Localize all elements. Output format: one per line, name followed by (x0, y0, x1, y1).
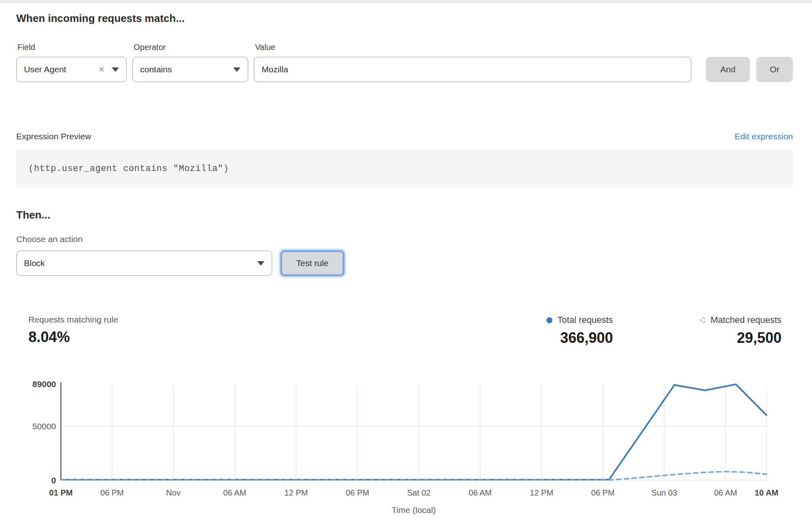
expression-preview-box: (http.user_agent contains "Mozilla") (16, 149, 793, 188)
x-axis-title: Time (local) (392, 505, 436, 515)
x-tick-label: Sat 02 (407, 488, 431, 497)
stats-row: Requests matching rule 8.04% Total reque… (16, 315, 793, 346)
solid-dot-icon (546, 317, 552, 323)
y-tick-label: 89000 (32, 379, 56, 389)
field-column: Field User Agent × (16, 43, 127, 82)
and-button[interactable]: And (706, 57, 750, 82)
action-row: Block Test rule (16, 251, 793, 276)
chevron-down-icon (257, 261, 264, 266)
operator-select[interactable]: contains (132, 57, 248, 82)
matching-stat: Requests matching rule 8.04% (16, 315, 118, 346)
matched-requests-label: Matched requests (710, 315, 782, 325)
field-select[interactable]: User Agent × (16, 57, 127, 82)
rule-builder-row: Field User Agent × Operator contains Val… (16, 43, 793, 82)
x-tick-label: 12 PM (530, 488, 553, 497)
field-select-value: User Agent (24, 65, 66, 74)
x-tick-label: 06 PM (346, 488, 369, 497)
dashed-circle-icon (700, 318, 706, 323)
action-select-value: Block (24, 258, 45, 268)
test-rule-button[interactable]: Test rule (282, 252, 343, 275)
clear-field-icon[interactable]: × (99, 65, 104, 74)
total-requests-legend: Total requests (546, 315, 613, 325)
matching-stat-value: 8.04% (28, 329, 118, 346)
edit-expression-link[interactable]: Edit expression (734, 132, 793, 141)
value-input[interactable] (254, 57, 691, 82)
y-tick-label: 0 (51, 476, 56, 485)
requests-chart: 0500008900001 PM06 PMNov06 AM12 PM06 PMS… (0, 375, 812, 518)
expression-preview-label: Expression Preview (16, 132, 91, 141)
total-requests-stat: Total requests 366,900 (546, 315, 613, 346)
matched-requests-value: 29,500 (700, 329, 782, 346)
matching-stat-label: Requests matching rule (28, 315, 118, 325)
total-requests-line (61, 384, 767, 480)
x-tick-label: 06 PM (591, 488, 615, 497)
chevron-down-icon (112, 67, 119, 72)
x-tick-label: 06 AM (223, 488, 247, 497)
x-tick-label: 06 AM (714, 488, 737, 497)
action-select[interactable]: Block (16, 251, 272, 276)
operator-select-value: contains (140, 65, 172, 74)
matched-requests-stat: Matched requests 29,500 (700, 315, 782, 346)
page-title: When incoming requests match... (16, 12, 793, 25)
x-tick-label: 06 AM (469, 488, 492, 497)
value-label: Value (255, 43, 691, 52)
requests-chart-container: 0500008900001 PM06 PMNov06 AM12 PM06 PMS… (0, 375, 812, 520)
x-tick-label: Sun 03 (652, 488, 677, 497)
or-button[interactable]: Or (756, 57, 793, 82)
then-title: Then... (16, 209, 793, 221)
operator-column: Operator contains (132, 43, 248, 82)
matched-requests-line (61, 472, 767, 480)
x-tick-label: 10 AM (755, 488, 778, 497)
chevron-down-icon (233, 67, 240, 72)
x-tick-label: 01 PM (49, 488, 73, 497)
value-column: Value (254, 43, 691, 82)
legend-stats: Total requests 366,900 Matched requests … (546, 315, 793, 346)
y-tick-label: 50000 (32, 422, 56, 431)
field-label: Field (17, 43, 127, 52)
x-tick-label: 06 PM (100, 488, 124, 497)
total-requests-value: 366,900 (546, 329, 613, 346)
total-requests-label: Total requests (557, 315, 613, 325)
firewall-rule-panel: When incoming requests match... Field Us… (0, 12, 812, 520)
matched-requests-legend: Matched requests (700, 315, 782, 325)
x-tick-label: Nov (166, 488, 181, 497)
top-divider (0, 0, 812, 3)
x-tick-label: 12 PM (284, 488, 308, 497)
expression-header: Expression Preview Edit expression (16, 132, 793, 141)
expression-code: (http.user_agent contains "Mozilla") (28, 164, 229, 174)
operator-label: Operator (134, 43, 248, 52)
choose-action-label: Choose an action (16, 234, 793, 244)
